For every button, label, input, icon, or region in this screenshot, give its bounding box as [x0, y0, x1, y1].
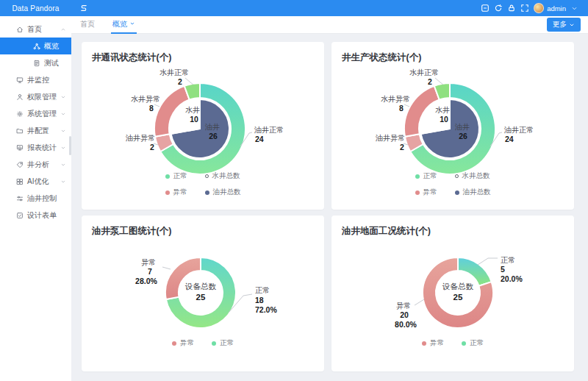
- sidebar-item-well-control[interactable]: 油井控制: [0, 190, 71, 207]
- legend-label: 正常: [220, 338, 234, 348]
- legend-item-水井总数[interactable]: 水井总数: [205, 171, 241, 181]
- donut-chart: 正常1872.0%异常728.0%设备总数25: [82, 236, 324, 335]
- legend-label: 正常: [423, 171, 437, 181]
- chart-label: 水井: [435, 106, 450, 114]
- legend-item-正常[interactable]: 正常: [165, 171, 187, 181]
- sidebar-item-overview[interactable]: 概览: [0, 38, 71, 54]
- sidebar-item-label: 油井控制: [27, 193, 57, 204]
- chart-label: 28.0%: [135, 277, 157, 285]
- chart-label: 25: [196, 293, 206, 302]
- chevron-down-icon: [60, 110, 66, 116]
- sidebar-item-label: AI优化: [27, 177, 49, 187]
- legend-marker-dot: [205, 190, 209, 195]
- chart-label: 5: [501, 265, 505, 274]
- brand: Data Pandora: [0, 4, 71, 13]
- search-panel-icon[interactable]: [478, 1, 492, 15]
- chart-legend: 异常正常: [82, 338, 324, 348]
- sidebar-item-well-analysis[interactable]: 井分析: [0, 156, 71, 173]
- chart-label: 2: [178, 77, 182, 86]
- legend-marker-dot: [415, 190, 420, 195]
- chart-label: 正常: [255, 286, 270, 294]
- collapse-sidebar-icon[interactable]: [77, 1, 90, 15]
- chart-label: 10: [440, 115, 448, 124]
- legend-item-正常[interactable]: 正常: [415, 171, 437, 181]
- sidebar-item-reports[interactable]: 报表统计: [0, 139, 71, 156]
- chart-label: 2: [150, 143, 154, 152]
- legend-item-水井总数[interactable]: 水井总数: [455, 171, 491, 181]
- control-icon: [16, 195, 24, 202]
- chevron-down-icon: [60, 127, 66, 133]
- top-header: Data Pandora admin: [0, 0, 588, 16]
- fullscreen-icon[interactable]: [518, 1, 531, 15]
- nested-donut-chart: 油井正常24油井异常2水井异常8水井正常2油井26水井10: [82, 63, 324, 182]
- sidebar-item-system[interactable]: 系统管理: [0, 105, 71, 122]
- tab-label: 概览: [112, 19, 127, 29]
- tab-label: 首页: [80, 19, 95, 29]
- username[interactable]: admin: [547, 4, 566, 13]
- sidebar-item-form-design[interactable]: 设计表单: [0, 207, 71, 224]
- chart-label: 异常: [141, 258, 156, 266]
- tab-overview[interactable]: 概览: [111, 16, 137, 34]
- user-menu-chevron-icon[interactable]: [567, 1, 581, 15]
- legend-item-异常[interactable]: 异常: [415, 188, 437, 197]
- chart-legend: 异常正常: [331, 338, 574, 348]
- legend-item-正常[interactable]: 正常: [462, 338, 484, 348]
- legend-item-异常[interactable]: 异常: [172, 338, 194, 348]
- more-button[interactable]: 更多: [547, 18, 581, 32]
- legend-marker-dot: [422, 341, 426, 346]
- chart-label: 2: [400, 143, 404, 152]
- chart-label: 24: [255, 135, 264, 143]
- sidebar-item-label: 权限管理: [27, 92, 57, 102]
- sidebar-item-well-monitor[interactable]: 井监控: [0, 71, 71, 88]
- legend-label: 正常: [470, 338, 484, 348]
- chart-label: 异常: [396, 302, 411, 310]
- legend-label: 异常: [173, 188, 187, 197]
- sidebar-item-label: 报表统计: [27, 143, 57, 153]
- legend-item-正常[interactable]: 正常: [212, 338, 234, 348]
- sidebar-item-label: 井监控: [27, 75, 49, 85]
- overview-icon: [33, 43, 40, 50]
- legend-marker-dot: [165, 174, 170, 179]
- sidebar-item-home[interactable]: 首页: [0, 21, 71, 38]
- chart-label: 正常: [501, 256, 515, 264]
- sidebar-item-test[interactable]: 测试: [0, 54, 71, 71]
- chart-label: 油井正常: [254, 126, 284, 134]
- chart-label: 7: [148, 267, 152, 276]
- legend-label: 油井总数: [213, 188, 241, 197]
- lock-icon[interactable]: [505, 1, 518, 15]
- legend-label: 正常: [173, 171, 187, 181]
- chart-card-surface-condition-stats: 油井地面工况统计(个)正常520.0%异常2080.0%设备总数25异常正常: [331, 216, 574, 371]
- legend-item-异常[interactable]: 异常: [422, 338, 444, 348]
- legend-label: 异常: [430, 338, 444, 348]
- tag-icon: [16, 161, 24, 168]
- chart-label: 18: [255, 296, 264, 305]
- legend-marker-dot: [415, 174, 420, 179]
- sidebar-item-well-config[interactable]: 井配置: [0, 122, 71, 139]
- sidebar-item-ai-optimize[interactable]: AI优化: [0, 173, 71, 190]
- chart-label: 80.0%: [395, 320, 417, 329]
- chevron-down-icon: [60, 161, 66, 167]
- avatar[interactable]: [534, 3, 544, 13]
- refresh-icon[interactable]: [492, 1, 505, 15]
- legend-item-油井总数[interactable]: 油井总数: [455, 188, 491, 197]
- chart-label: 水井正常: [159, 68, 189, 76]
- chart-label: 油井: [454, 123, 470, 131]
- sidebar-item-permissions[interactable]: 权限管理: [0, 88, 71, 105]
- sidebar-item-label: 首页: [27, 24, 42, 35]
- form-icon: [16, 212, 24, 219]
- sidebar-item-label: 设计表单: [27, 210, 57, 221]
- chart-label: 8: [149, 104, 154, 113]
- legend-marker-hollow: [205, 174, 209, 178]
- sidebar-item-label: 系统管理: [27, 109, 57, 119]
- folder-icon: [16, 127, 24, 135]
- tab-chevron-down-icon[interactable]: [129, 20, 135, 28]
- chart-label: 水井异常: [131, 95, 160, 103]
- chevron-up-icon: [60, 26, 66, 32]
- doc-icon: [33, 60, 40, 67]
- legend-item-异常[interactable]: 异常: [165, 188, 187, 197]
- legend-label: 水井总数: [462, 171, 490, 181]
- chart-label: 20.0%: [501, 274, 523, 283]
- tab-home[interactable]: 首页: [79, 16, 96, 34]
- legend-item-油井总数[interactable]: 油井总数: [205, 188, 241, 197]
- tab-bar: 首页概览 更多: [71, 16, 588, 34]
